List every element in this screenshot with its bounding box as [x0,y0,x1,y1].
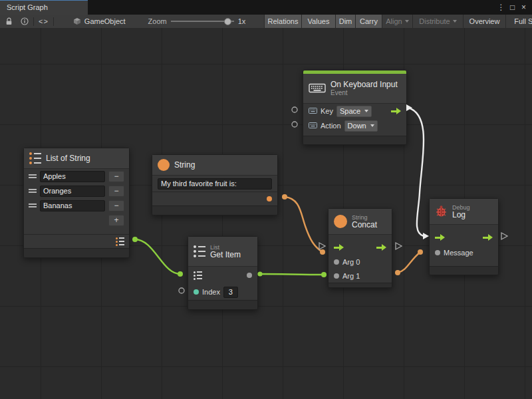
node-footer [303,136,406,144]
node-body-spacer [430,261,498,266]
distribute-dropdown[interactable]: Distribute [412,15,463,28]
drag-handle-icon[interactable] [29,174,37,178]
unconnected-port-triangle[interactable] [319,243,325,249]
list-item-row: Oranges − [24,184,129,198]
drag-handle-icon[interactable] [29,203,37,207]
node-header: String [152,155,277,176]
button-label: Dim [339,17,352,25]
unconnected-port-circle[interactable] [292,107,297,112]
tab-script-graph[interactable]: Script Graph [0,0,88,15]
window-maximize-icon[interactable]: □ [507,0,518,15]
key-port-icon [309,107,317,115]
graph-canvas[interactable]: On Keyboard Input Event Key Space Action [0,28,532,399]
node-concat[interactable]: String Concat Arg 0 Arg 1 [328,208,392,288]
arg0-label: Arg 0 [342,258,360,266]
drag-handle-icon[interactable] [29,189,37,193]
zoom-slider-thumb[interactable] [224,18,231,25]
list-output-row [24,234,129,248]
node-title: On Keyboard Input [331,80,398,89]
list-icon [29,152,41,166]
add-item-button[interactable]: + [108,215,124,226]
button-label: Values [308,17,330,25]
wire-string-to-concat[interactable] [285,197,323,252]
item-output-port[interactable] [247,273,252,278]
list-item-input[interactable]: Bananas [40,200,105,211]
action-port-icon [309,122,317,130]
wire-keyboard-to-log[interactable] [408,108,424,236]
control-output-port[interactable] [376,244,386,251]
zoom-slider[interactable] [171,15,234,28]
list-output-port[interactable] [116,237,124,247]
node-title: Concat [352,221,377,229]
control-output-port[interactable] [483,234,493,241]
control-output-port[interactable] [391,108,401,114]
dropdown-arrow-icon [405,20,409,23]
code-view-icon[interactable]: <> [39,17,49,25]
node-get-item[interactable]: List Get Item Index 3 [188,236,258,310]
wire-concat-to-log[interactable] [398,252,420,273]
dropdown-arrow-icon [370,124,374,127]
unconnected-port-circle[interactable] [179,288,184,293]
wire-endpoint [395,270,400,275]
arg1-input-port[interactable] [334,273,339,279]
node-title: List of String [46,154,90,163]
wire-endpoint [321,272,327,277]
key-label: Key [321,107,333,115]
fullscreen-button[interactable]: Full Screen [505,15,532,28]
unconnected-port-circle[interactable] [292,122,297,127]
action-value-dropdown[interactable]: Down [344,120,378,132]
node-list-of-string[interactable]: List of String Apples − Oranges − Banana… [23,148,130,258]
node-body-spacer [24,227,129,234]
dropdown-arrow-icon [364,110,368,112]
overview-button[interactable]: Overview [463,15,505,28]
window-controls: ⋮ □ × [495,0,529,15]
window-menu-icon[interactable]: ⋮ [495,0,507,15]
node-header: On Keyboard Input Event [303,74,406,104]
unconnected-port-triangle[interactable] [501,233,507,239]
remove-item-button[interactable]: − [108,171,124,182]
action-value: Down [348,121,366,131]
wire-getitem-to-concat[interactable] [259,274,324,275]
node-on-keyboard-input[interactable]: On Keyboard Input Event Key Space Action [303,70,407,145]
carry-toggle[interactable]: Carry [355,15,382,28]
index-input[interactable]: 3 [223,287,238,298]
graph-toolbar: <> GameObject Zoom 1x Relations Values D… [0,15,532,29]
string-output-port[interactable] [267,196,272,201]
control-input-port[interactable] [334,244,344,251]
message-label: Message [444,249,473,257]
align-dropdown[interactable]: Align [382,15,412,28]
remove-item-button[interactable]: − [108,186,124,197]
node-footer [329,283,392,287]
node-title: String [174,160,195,170]
values-toggle[interactable]: Values [301,15,335,28]
add-item-row: + [24,213,129,227]
relations-toggle[interactable]: Relations [264,15,301,28]
unconnected-port-triangle[interactable] [396,243,402,249]
lock-icon[interactable] [5,17,13,26]
remove-item-button[interactable]: − [108,200,124,211]
gameobject-cube-icon[interactable] [73,17,81,25]
node-category: String [352,214,377,221]
key-value-dropdown[interactable]: Space [336,106,372,117]
window-close-icon[interactable]: × [518,0,529,15]
dim-toggle[interactable]: Dim [335,15,355,28]
index-input-port[interactable] [194,289,199,295]
control-input-port[interactable] [435,234,445,241]
node-string-literal[interactable]: String My third favorite fruit is: [152,154,278,215]
list-icon [194,245,205,259]
list-item-input[interactable]: Apples [40,171,105,182]
key-value: Space [340,106,360,116]
wire-endpoint [282,194,287,200]
string-value-input[interactable]: My third favorite fruit is: [158,178,272,190]
list-input-port[interactable] [194,271,202,281]
gameobject-label[interactable]: GameObject [84,17,126,25]
message-input-port[interactable] [435,250,440,255]
node-category: List [210,244,241,251]
node-body-spacer [329,235,392,240]
info-icon[interactable] [21,17,29,25]
wire-list-to-getitem[interactable] [135,239,180,274]
node-debug-log[interactable]: Debug Log Message [429,198,499,275]
list-item-input[interactable]: Oranges [40,186,105,197]
dropdown-arrow-icon [453,20,457,23]
arg0-input-port[interactable] [334,259,339,265]
